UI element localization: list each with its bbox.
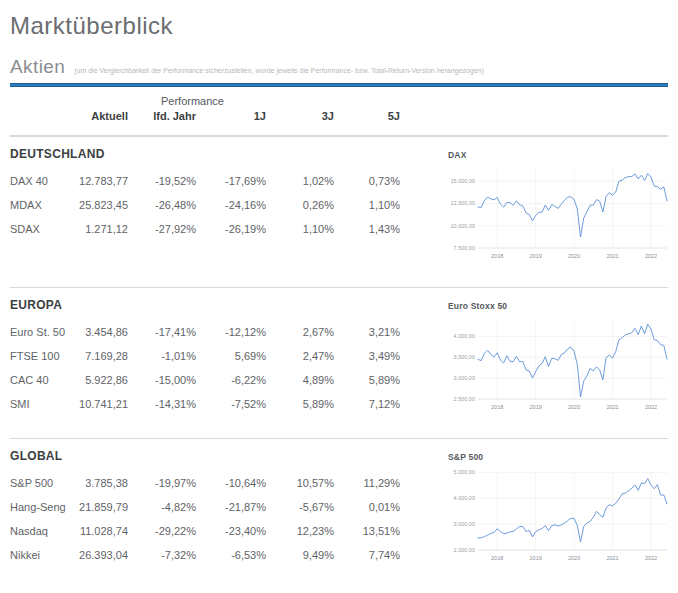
svg-text:15.000,00: 15.000,00 [451, 178, 475, 184]
section-rows: DAX 4012.783,77-19,52%-17,69%1,02%0,73%M… [10, 169, 410, 241]
chart-title: S&P 500 [448, 452, 668, 462]
column-header-1j: 1J [196, 110, 266, 122]
value-cell: 7.169,28 [72, 350, 128, 362]
section-rows: S&P 5003.785,38-19,97%-10,64%10,57%11,29… [10, 471, 410, 567]
value-cell: 21.859,79 [72, 501, 128, 513]
table-row: CAC 405.922,86-15,00%-6,22%4,89%5,89% [10, 368, 410, 392]
index-name: Euro St. 50 [10, 326, 72, 338]
section-chart: Euro Stoxx 50 2.500,003.000,003.500,004.… [448, 298, 668, 438]
column-header-aktuell: Aktuell [72, 110, 128, 122]
value-cell: 1,10% [334, 199, 400, 211]
page-title: Marktüberblick [10, 10, 668, 42]
value-cell: 7,12% [334, 398, 400, 410]
value-cell: -5,67% [266, 501, 334, 513]
svg-text:2019: 2019 [530, 404, 542, 410]
table-row: S&P 5003.785,38-19,97%-10,64%10,57%11,29… [10, 471, 410, 495]
value-cell: -17,41% [128, 326, 196, 338]
value-cell: -21,87% [196, 501, 266, 513]
index-name: Nasdaq [10, 525, 72, 537]
svg-text:2021: 2021 [606, 404, 618, 410]
index-name: SDAX [10, 223, 72, 235]
value-cell: -6,22% [196, 374, 266, 386]
value-cell: 1,43% [334, 223, 400, 235]
table-row: Hang-Seng21.859,79-4,82%-21,87%-5,67%0,0… [10, 495, 410, 519]
section-title: EUROPA [10, 298, 410, 312]
value-cell: 7,74% [334, 549, 400, 561]
aktien-note: (um die Vergleichbarkeit der Performance… [74, 67, 484, 74]
index-name: SMI [10, 398, 72, 410]
sections-host: DEUTSCHLAND DAX 4012.783,77-19,52%-17,69… [10, 136, 668, 589]
value-cell: 5,89% [334, 374, 400, 386]
table-row: FTSE 1007.169,28-1,01%5,69%2,47%3,49% [10, 344, 410, 368]
svg-text:3.000,00: 3.000,00 [454, 375, 475, 381]
value-cell: 9,49% [266, 549, 334, 561]
value-cell: -6,53% [196, 549, 266, 561]
column-header-5j: 5J [334, 110, 400, 122]
table-row: SDAX1.271,12-27,92%-26,19%1,10%1,43% [10, 217, 410, 241]
value-cell: 1,10% [266, 223, 334, 235]
value-cell: -7,32% [128, 549, 196, 561]
value-cell: 25.823,45 [72, 199, 128, 211]
svg-text:2018: 2018 [491, 253, 503, 259]
section-table: DEUTSCHLAND DAX 4012.783,77-19,52%-17,69… [10, 147, 410, 287]
line-chart: 7.500,0010.000,0012.500,0015.000,0020182… [448, 162, 668, 268]
svg-text:4.000,00: 4.000,00 [454, 333, 475, 339]
value-cell: 0,01% [334, 501, 400, 513]
value-cell: 10,57% [266, 477, 334, 489]
value-cell: 26.393,04 [72, 549, 128, 561]
value-cell: 10.741,21 [72, 398, 128, 410]
value-cell: 1,02% [266, 175, 334, 187]
value-cell: 13,51% [334, 525, 400, 537]
svg-text:2020: 2020 [568, 404, 580, 410]
index-name: Nikkei [10, 549, 72, 561]
value-cell: 3.785,38 [72, 477, 128, 489]
index-name: Hang-Seng [10, 501, 72, 513]
section-table: EUROPA Euro St. 503.454,86-17,41%-12,12%… [10, 298, 410, 438]
value-cell: 1.271,12 [72, 223, 128, 235]
svg-text:10.000,00: 10.000,00 [451, 223, 475, 229]
performance-label: Performance [161, 95, 668, 107]
market-section: DEUTSCHLAND DAX 4012.783,77-19,52%-17,69… [10, 137, 668, 287]
index-name: DAX 40 [10, 175, 72, 187]
svg-text:2018: 2018 [491, 555, 503, 561]
table-row: Euro St. 503.454,86-17,41%-12,12%2,67%3,… [10, 320, 410, 344]
line-chart: 2.500,003.000,003.500,004.000,0020182019… [448, 313, 668, 419]
svg-text:2.500,00: 2.500,00 [454, 396, 475, 402]
aktien-section-title: Aktien [10, 56, 65, 78]
aktien-header: Aktien (um die Vergleichbarkeit der Perf… [10, 56, 668, 78]
value-cell: -19,97% [128, 477, 196, 489]
value-cell: -14,31% [128, 398, 196, 410]
svg-text:2019: 2019 [530, 253, 542, 259]
table-row: MDAX25.823,45-26,48%-24,16%0,26%1,10% [10, 193, 410, 217]
section-title: GLOBAL [10, 449, 410, 463]
table-row: Nasdaq11.028,74-29,22%-23,40%12,23%13,51… [10, 519, 410, 543]
value-cell: 3,49% [334, 350, 400, 362]
value-cell: -23,40% [196, 525, 266, 537]
svg-text:2021: 2021 [606, 555, 618, 561]
svg-text:2022: 2022 [645, 253, 657, 259]
svg-text:7.500,00: 7.500,00 [454, 245, 475, 251]
value-cell: -1,01% [128, 350, 196, 362]
table-row: DAX 4012.783,77-19,52%-17,69%1,02%0,73% [10, 169, 410, 193]
value-cell: -26,19% [196, 223, 266, 235]
svg-text:3.000,00: 3.000,00 [454, 521, 475, 527]
svg-text:4.000,00: 4.000,00 [454, 495, 475, 501]
value-cell: 5,69% [196, 350, 266, 362]
svg-text:5.000,00: 5.000,00 [454, 469, 475, 475]
table-row: Nikkei26.393,04-7,32%-6,53%9,49%7,74% [10, 543, 410, 567]
section-chart: S&P 500 2.000,003.000,004.000,005.000,00… [448, 449, 668, 589]
value-cell: -29,22% [128, 525, 196, 537]
svg-text:2.000,00: 2.000,00 [454, 547, 475, 553]
svg-text:2019: 2019 [530, 555, 542, 561]
value-cell: 2,67% [266, 326, 334, 338]
table-row: SMI10.741,21-14,31%-7,52%5,89%7,12% [10, 392, 410, 416]
value-cell: -19,52% [128, 175, 196, 187]
section-table: GLOBAL S&P 5003.785,38-19,97%-10,64%10,5… [10, 449, 410, 589]
value-cell: 11,29% [334, 477, 400, 489]
index-name: MDAX [10, 199, 72, 211]
section-rows: Euro St. 503.454,86-17,41%-12,12%2,67%3,… [10, 320, 410, 416]
column-header-lfd-jahr: lfd. Jahr [128, 110, 196, 122]
value-cell: 12.783,77 [72, 175, 128, 187]
svg-text:2018: 2018 [491, 404, 503, 410]
svg-text:3.500,00: 3.500,00 [454, 354, 475, 360]
